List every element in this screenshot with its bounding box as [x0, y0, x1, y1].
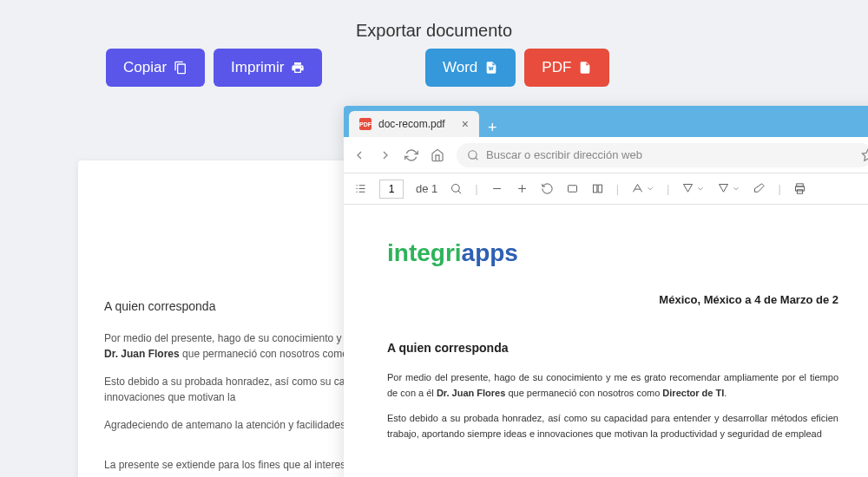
pdf-content: integriapps México, México a 4 de Marzo … [344, 205, 868, 477]
svg-rect-4 [598, 185, 602, 193]
erase-icon[interactable] [753, 182, 766, 195]
pdf-button[interactable]: PDF [524, 49, 609, 87]
print-icon [291, 61, 305, 75]
address-placeholder: Buscar o escribir dirección web [486, 148, 642, 161]
browser-nav: Buscar o escribir dirección web [344, 137, 868, 173]
highlight-icon[interactable] [717, 182, 740, 195]
forward-icon[interactable] [378, 148, 392, 162]
fit-page-icon[interactable] [566, 182, 579, 195]
svg-rect-7 [797, 190, 802, 193]
new-tab-button[interactable]: + [479, 119, 506, 137]
read-aloud-icon[interactable] [631, 182, 654, 195]
logo: integriapps [387, 239, 838, 267]
copy-label: Copiar [123, 59, 167, 76]
pdf-heading: A quien corresponda [387, 341, 838, 355]
button-group-right: Word PDF [425, 49, 609, 87]
copy-icon [174, 61, 187, 75]
tab-title: doc-recom.pdf [378, 118, 445, 130]
toc-icon[interactable] [354, 182, 367, 195]
copy-button[interactable]: Copiar [106, 49, 205, 87]
svg-point-1 [452, 185, 460, 193]
address-bar[interactable]: Buscar o escribir dirección web [457, 143, 868, 167]
browser-window: PDF doc-recom.pdf × + Buscar o escribir … [344, 106, 868, 477]
pdf-label: PDF [542, 59, 571, 76]
export-title: Exportar documento [0, 21, 868, 41]
zoom-in-icon[interactable] [516, 182, 529, 195]
search-icon [467, 149, 479, 161]
svg-rect-3 [593, 185, 596, 193]
print-button[interactable]: Imprimir [214, 49, 322, 87]
word-label: Word [443, 59, 477, 76]
print-pdf-icon[interactable] [793, 182, 806, 195]
word-button[interactable]: Word [425, 49, 516, 87]
file-word-icon [484, 61, 498, 75]
page-number-input[interactable] [379, 180, 404, 199]
svg-rect-2 [568, 186, 576, 193]
zoom-out-icon[interactable] [490, 182, 503, 195]
browser-tabs: PDF doc-recom.pdf × + [344, 106, 868, 137]
print-label: Imprimir [231, 59, 284, 76]
close-tab-icon[interactable]: × [462, 117, 469, 131]
refresh-icon[interactable] [404, 148, 418, 162]
file-pdf-icon [578, 61, 592, 75]
pdf-p2: Esto debido a su probada honradez, así c… [387, 411, 838, 441]
button-group-left: Copiar Imprimir [106, 49, 322, 87]
search-pdf-icon[interactable] [450, 182, 463, 195]
pdf-toolbar: de 1 | | | | [344, 173, 868, 205]
rotate-icon[interactable] [541, 182, 554, 195]
draw-icon[interactable] [681, 182, 705, 195]
back-icon[interactable] [352, 148, 366, 162]
page-of-label: de 1 [416, 182, 437, 195]
home-icon[interactable] [431, 148, 444, 162]
pdf-date: México, México a 4 de Marzo de 2 [387, 293, 838, 306]
pdf-tab-icon: PDF [359, 118, 372, 130]
favorite-icon[interactable] [861, 148, 868, 162]
browser-tab[interactable]: PDF doc-recom.pdf × [349, 111, 479, 137]
pdf-p1: Por medio del presente, hago de su conoc… [387, 370, 838, 401]
svg-point-0 [469, 150, 477, 158]
page-view-icon[interactable] [591, 182, 604, 195]
